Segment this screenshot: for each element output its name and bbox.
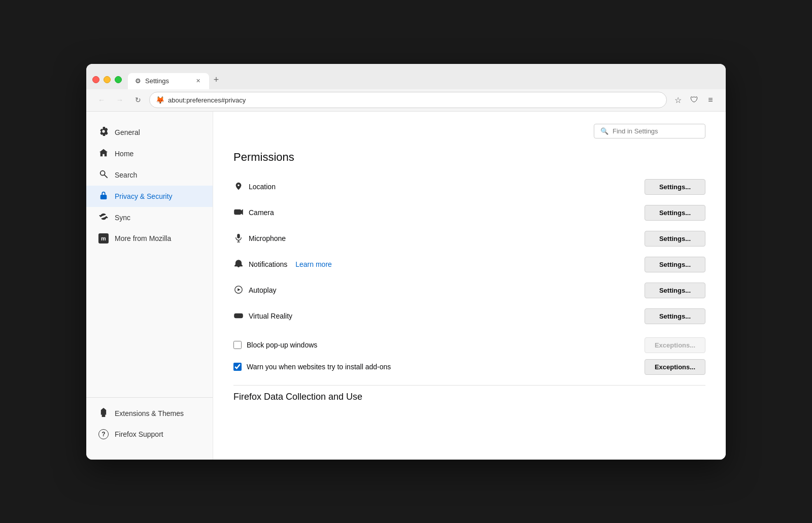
sidebar-home-label: Home — [115, 150, 133, 158]
permission-microphone-text: Microphone — [249, 234, 286, 242]
svg-marker-10 — [238, 288, 240, 291]
find-in-settings-input[interactable] — [613, 127, 699, 135]
tab-settings-icon: ⚙ — [135, 77, 141, 85]
toolbar-actions: ☆ 🛡 ≡ — [671, 93, 718, 107]
sidebar-item-general[interactable]: General — [86, 122, 213, 143]
section-divider — [233, 385, 705, 386]
find-search-icon: 🔍 — [600, 127, 608, 135]
block-popups-text: Block pop-up windows — [247, 341, 317, 349]
shield-button[interactable]: 🛡 — [687, 93, 701, 107]
camera-icon — [233, 207, 244, 218]
content-area: 🔍 Permissions Location Settings... — [213, 112, 726, 460]
sync-icon — [98, 212, 109, 223]
extensions-icon — [98, 408, 109, 419]
autoplay-settings-button[interactable]: Settings... — [645, 283, 705, 298]
close-button[interactable] — [92, 76, 99, 83]
svg-point-13 — [240, 315, 241, 317]
mozilla-icon: m — [98, 233, 109, 243]
tab-close-button[interactable]: ✕ — [194, 77, 202, 85]
sidebar-item-search[interactable]: Search — [86, 164, 213, 186]
permission-row-location: Location Settings... — [233, 174, 705, 200]
title-bar: ⚙ Settings ✕ + — [86, 64, 726, 89]
refresh-button[interactable]: ↻ — [131, 93, 145, 107]
sidebar-item-sync[interactable]: Sync — [86, 207, 213, 228]
warn-addons-text: Warn you when websites try to install ad… — [247, 363, 391, 371]
minimize-button[interactable] — [104, 76, 111, 83]
permission-row-vr: Virtual Reality Settings... — [233, 303, 705, 329]
sidebar-extensions-label: Extensions & Themes — [115, 409, 184, 417]
block-popups-row: Block pop-up windows Exceptions... — [233, 337, 705, 353]
sidebar-search-label: Search — [115, 171, 137, 179]
permission-vr-label: Virtual Reality — [233, 311, 645, 322]
gear-icon — [98, 127, 109, 138]
sidebar-item-home[interactable]: Home — [86, 143, 213, 164]
checkboxes-section: Block pop-up windows Exceptions... Warn … — [233, 337, 705, 375]
permission-autoplay-label: Autoplay — [233, 285, 645, 296]
next-section-title: Firefox Data Collection and Use — [233, 390, 705, 402]
block-popups-label[interactable]: Block pop-up windows — [233, 341, 317, 349]
sidebar-item-privacy[interactable]: Privacy & Security — [86, 186, 213, 207]
microphone-settings-button[interactable]: Settings... — [645, 231, 705, 247]
sidebar-item-support[interactable]: ? Firefox Support — [86, 424, 213, 444]
sidebar: General Home Search — [86, 112, 213, 460]
permission-notifications-text: Notifications — [249, 260, 287, 268]
notifications-icon — [233, 259, 244, 270]
home-icon — [98, 148, 109, 159]
browser-window: ⚙ Settings ✕ + ← → ↻ 🦊 about:preferences… — [86, 64, 726, 460]
address-bar[interactable]: 🦊 about:preferences#privacy — [149, 92, 667, 108]
camera-settings-button[interactable]: Settings... — [645, 205, 705, 221]
sidebar-item-extensions[interactable]: Extensions & Themes — [86, 403, 213, 424]
permission-camera-text: Camera — [249, 208, 274, 217]
new-tab-button[interactable]: + — [209, 73, 223, 87]
active-tab[interactable]: ⚙ Settings ✕ — [128, 73, 209, 89]
permission-location-text: Location — [249, 183, 276, 191]
permission-row-camera: Camera Settings... — [233, 200, 705, 226]
sidebar-mozilla-label: More from Mozilla — [115, 234, 171, 242]
permission-notifications-label: Notifications Learn more — [233, 259, 645, 270]
block-popups-checkbox[interactable] — [233, 341, 242, 349]
tab-title: Settings — [145, 77, 190, 85]
permission-autoplay-text: Autoplay — [249, 286, 276, 294]
maximize-button[interactable] — [115, 76, 122, 83]
sidebar-item-mozilla[interactable]: m More from Mozilla — [86, 228, 213, 249]
forward-button[interactable]: → — [113, 93, 127, 107]
svg-line-1 — [105, 175, 107, 177]
permission-vr-text: Virtual Reality — [249, 312, 292, 320]
svg-rect-6 — [237, 233, 240, 238]
permission-row-notifications: Notifications Learn more Settings... — [233, 252, 705, 277]
bookmark-button[interactable]: ☆ — [671, 93, 685, 107]
warn-addons-label[interactable]: Warn you when websites try to install ad… — [233, 363, 391, 371]
sidebar-nav: General Home Search — [86, 122, 213, 387]
svg-point-12 — [236, 315, 238, 317]
autoplay-icon — [233, 285, 244, 296]
permission-location-label: Location — [233, 182, 645, 192]
firefox-logo-icon: 🦊 — [156, 96, 164, 104]
warn-addons-row: Warn you when websites try to install ad… — [233, 359, 705, 375]
svg-rect-3 — [102, 414, 105, 417]
menu-button[interactable]: ≡ — [703, 93, 718, 107]
svg-rect-2 — [100, 195, 107, 199]
support-icon: ? — [98, 429, 109, 439]
vr-icon — [233, 311, 244, 322]
notifications-settings-button[interactable]: Settings... — [645, 257, 705, 272]
permissions-list: Location Settings... Camera Settings... — [233, 174, 705, 329]
warn-addons-exceptions-button[interactable]: Exceptions... — [645, 359, 705, 375]
permission-camera-label: Camera — [233, 207, 645, 218]
find-in-settings-container: 🔍 — [233, 124, 705, 138]
block-popups-exceptions-button[interactable]: Exceptions... — [645, 337, 705, 353]
warn-addons-checkbox[interactable] — [233, 363, 242, 371]
permission-microphone-label: Microphone — [233, 233, 645, 244]
sidebar-sync-label: Sync — [115, 214, 130, 222]
location-settings-button[interactable]: Settings... — [645, 179, 705, 195]
traffic-lights — [92, 76, 122, 83]
back-button[interactable]: ← — [94, 93, 109, 107]
permissions-section-title: Permissions — [233, 151, 705, 164]
address-text: about:preferences#privacy — [168, 96, 660, 104]
vr-settings-button[interactable]: Settings... — [645, 308, 705, 324]
microphone-icon — [233, 233, 244, 244]
sidebar-general-label: General — [115, 128, 140, 136]
notifications-learn-more-link[interactable]: Learn more — [295, 260, 332, 268]
find-in-settings-input-container[interactable]: 🔍 — [594, 124, 705, 138]
svg-rect-4 — [234, 210, 241, 214]
lock-icon — [98, 191, 109, 202]
